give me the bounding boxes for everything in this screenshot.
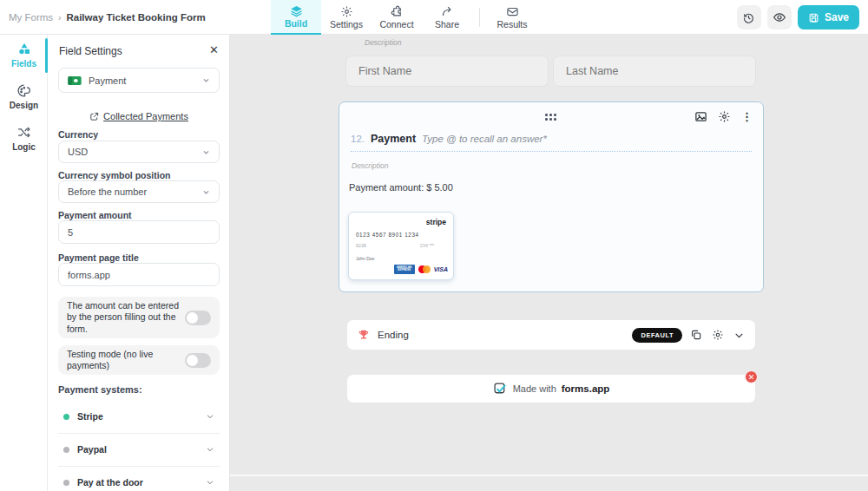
tab-connect-label: Connect xyxy=(379,19,413,29)
drag-handle[interactable] xyxy=(545,114,557,121)
tab-results[interactable]: Results xyxy=(487,0,537,35)
recall-placeholder: Type @ to recall an answer* xyxy=(422,134,547,144)
floppy-icon xyxy=(808,12,819,23)
currency-label: Currency xyxy=(58,129,98,140)
tab-settings[interactable]: Settings xyxy=(321,0,372,35)
tab-build[interactable]: Build xyxy=(271,0,321,35)
gear-icon[interactable] xyxy=(718,110,731,123)
shuffle-icon xyxy=(16,124,31,140)
question-title-row[interactable]: 12. Payment Type @ to recall an answer* xyxy=(351,133,752,152)
chevron-down-icon xyxy=(202,148,210,156)
question-description[interactable]: Description xyxy=(352,161,389,170)
card-holder: John Doe xyxy=(356,256,374,261)
left-rail: Fields Design Logic xyxy=(0,35,48,491)
made-with-bar[interactable]: Made with forms.app xyxy=(347,375,755,403)
question-title[interactable]: Payment xyxy=(371,133,416,145)
tab-build-label: Build xyxy=(285,18,307,29)
payment-system-paypal[interactable]: Paypal xyxy=(58,436,220,462)
field-card-actions: ⋮ xyxy=(694,110,753,123)
money-icon xyxy=(68,75,82,86)
ending-label: Ending xyxy=(378,330,624,340)
form-canvas: Description ⋮ 12. Payment Type @ to reca… xyxy=(230,35,868,491)
preview-button[interactable] xyxy=(767,5,792,29)
last-name-input[interactable] xyxy=(553,56,756,87)
payment-system-stripe[interactable]: Stripe xyxy=(58,403,220,429)
shapes-icon xyxy=(16,41,32,56)
page-title-field-wrap xyxy=(58,263,220,286)
testing-mode-toggle-card: Testing mode (no live payments) xyxy=(58,345,220,375)
payment-field-card[interactable]: ⋮ 12. Payment Type @ to recall an answer… xyxy=(339,101,764,292)
field-type-value: Payment xyxy=(89,75,126,86)
payment-systems-label: Payment systems: xyxy=(58,384,142,395)
tab-share[interactable]: Share xyxy=(422,0,472,35)
topbar-actions: Save xyxy=(737,5,859,29)
visa-logo: VISA xyxy=(434,266,448,272)
symbol-position-value: Before the number xyxy=(68,187,147,197)
gear-icon xyxy=(340,5,353,18)
close-icon[interactable]: ✕ xyxy=(209,43,219,56)
breadcrumb-separator: › xyxy=(58,13,61,23)
pay-at-door-label: Pay at the door xyxy=(77,477,198,488)
payment-amount-field-wrap xyxy=(58,220,220,244)
gear-icon[interactable] xyxy=(712,329,724,341)
history-icon xyxy=(742,11,755,24)
amount-editable-label: The amount can be entered by the person … xyxy=(67,300,180,334)
card-meta: 01/28 CVV *** xyxy=(356,244,434,248)
history-button[interactable] xyxy=(737,5,761,29)
chevron-down-icon xyxy=(202,76,210,84)
stripe-logo: stripe xyxy=(426,218,446,226)
envelope-icon xyxy=(506,5,519,18)
tab-settings-label: Settings xyxy=(330,19,363,29)
first-name-input[interactable] xyxy=(345,56,549,87)
save-label: Save xyxy=(825,11,849,23)
tab-divider xyxy=(479,8,480,27)
sidebar-item-fields[interactable]: Fields xyxy=(0,35,48,76)
testing-mode-toggle[interactable] xyxy=(185,353,211,368)
main-tabs: Build Settings Connect Share Results xyxy=(271,0,537,35)
tab-connect[interactable]: Connect xyxy=(372,0,422,35)
payment-amount-field[interactable] xyxy=(68,227,210,238)
field-type-select[interactable]: Payment xyxy=(58,68,220,93)
payment-amount-label: Payment amount xyxy=(58,210,132,220)
sidebar-item-logic-label: Logic xyxy=(12,142,36,152)
connected-dot xyxy=(63,414,69,420)
sidebar-item-fields-label: Fields xyxy=(11,59,36,69)
disconnected-dot xyxy=(63,447,69,453)
currency-select[interactable]: USD xyxy=(58,141,220,163)
card-network-logos: AMERICAN EXPRESS VISA xyxy=(394,265,448,274)
save-button[interactable]: Save xyxy=(798,5,859,29)
collected-payments-label: Collected Payments xyxy=(103,111,188,121)
puzzle-icon xyxy=(391,5,404,18)
image-icon[interactable] xyxy=(694,110,707,123)
remove-branding-close-icon[interactable]: ✕ xyxy=(745,370,758,383)
forms-app-logo-icon xyxy=(493,382,508,396)
field-settings-panel: Field Settings ✕ Payment Collected Payme… xyxy=(48,35,230,491)
sidebar-item-design-label: Design xyxy=(10,101,38,110)
made-with-brand: forms.app xyxy=(562,383,610,394)
kebab-menu-icon[interactable]: ⋮ xyxy=(741,110,753,123)
amount-editable-toggle[interactable] xyxy=(185,311,211,325)
payment-system-pay-at-door[interactable]: Pay at the door xyxy=(58,469,220,491)
ending-actions xyxy=(690,329,745,341)
card-cvv: CVV *** xyxy=(420,244,434,248)
collected-payments-link[interactable]: Collected Payments xyxy=(48,111,230,121)
page-title-field[interactable] xyxy=(68,270,210,280)
sidebar-item-logic[interactable]: Logic xyxy=(0,118,48,160)
chevron-down-icon[interactable] xyxy=(733,330,745,341)
default-badge: DEFAULT xyxy=(632,328,682,343)
made-with-label: Made with xyxy=(513,383,556,394)
ending-card[interactable]: Ending DEFAULT xyxy=(347,320,755,350)
card-number: 0123 4567 8901 1234 xyxy=(356,232,419,238)
chevron-down-icon xyxy=(206,478,214,487)
duplicate-icon[interactable] xyxy=(690,329,702,341)
payment-amount-line: Payment amount: $ 5.00 xyxy=(349,182,453,193)
page-title-label: Payment page title xyxy=(58,252,139,263)
card-expiry: 01/28 xyxy=(356,244,366,248)
mastercard-logo xyxy=(418,265,431,273)
sidebar-item-design[interactable]: Design xyxy=(0,76,48,118)
breadcrumb-my-forms[interactable]: My Forms xyxy=(9,12,53,23)
amount-editable-toggle-card: The amount can be entered by the person … xyxy=(58,297,220,338)
symbol-position-select[interactable]: Before the number xyxy=(58,180,220,203)
panel-title: Field Settings xyxy=(59,45,122,57)
top-bar: My Forms › Railway Ticket Booking Form B… xyxy=(0,0,868,35)
